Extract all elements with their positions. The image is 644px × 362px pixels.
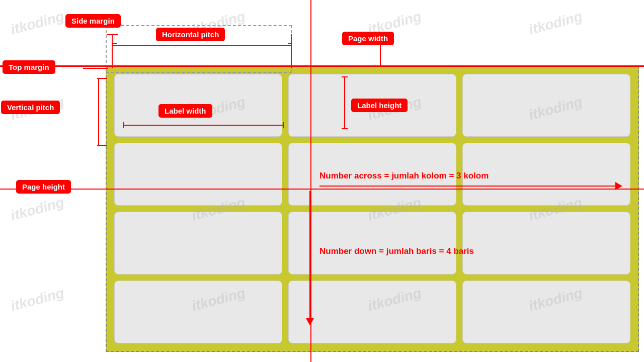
label-cell <box>462 212 630 275</box>
side-margin-badge: Side margin <box>65 14 121 28</box>
watermark: itkoding <box>527 8 584 38</box>
v-pitch-pointer-v <box>98 78 99 146</box>
label-cell <box>114 281 282 343</box>
watermark: itkoding <box>9 285 66 314</box>
top-margin-pointer <box>83 68 108 69</box>
h-pitch-tick-l <box>113 43 117 44</box>
h-pitch-tick-r <box>288 43 292 44</box>
number-down-text: Number down = jumlah baris = 4 baris <box>319 246 474 256</box>
page-height-badge: Page height <box>16 180 71 194</box>
diagram-area: itkoding itkoding itkoding itkoding itko… <box>0 0 644 362</box>
number-across-text: Number across = jumlah kolom = 3 kolom <box>319 171 489 181</box>
label-cell <box>462 74 630 137</box>
top-margin-badge: Top margin <box>3 60 55 74</box>
label-cell <box>114 212 282 275</box>
watermark: itkoding <box>9 8 66 38</box>
page-height-pointer <box>83 189 108 190</box>
page-width-badge: Page width <box>342 32 394 45</box>
page-width-pointer <box>380 45 381 67</box>
label-cell <box>462 281 630 343</box>
label-cell <box>288 212 456 275</box>
label-cell <box>288 281 456 343</box>
h-pitch-right-v <box>291 34 292 68</box>
number-across-arrow <box>319 186 621 187</box>
label-cell <box>114 143 282 206</box>
v-pitch-pointer-b <box>97 145 107 146</box>
label-width-badge: Label width <box>158 104 212 118</box>
vertical-center-line <box>310 0 311 362</box>
h-pitch-h <box>112 45 292 46</box>
watermark: itkoding <box>9 194 66 224</box>
label-width-indicator <box>123 125 284 126</box>
label-height-indicator <box>344 76 345 129</box>
h-pitch-left-v <box>112 34 113 68</box>
number-down-arrow <box>309 191 310 324</box>
vertical-pitch-badge: Vertical pitch <box>1 101 60 114</box>
label-height-badge: Label height <box>351 99 408 112</box>
top-margin-line <box>0 65 644 67</box>
horizontal-pitch-badge: Horizontal pitch <box>156 28 225 41</box>
